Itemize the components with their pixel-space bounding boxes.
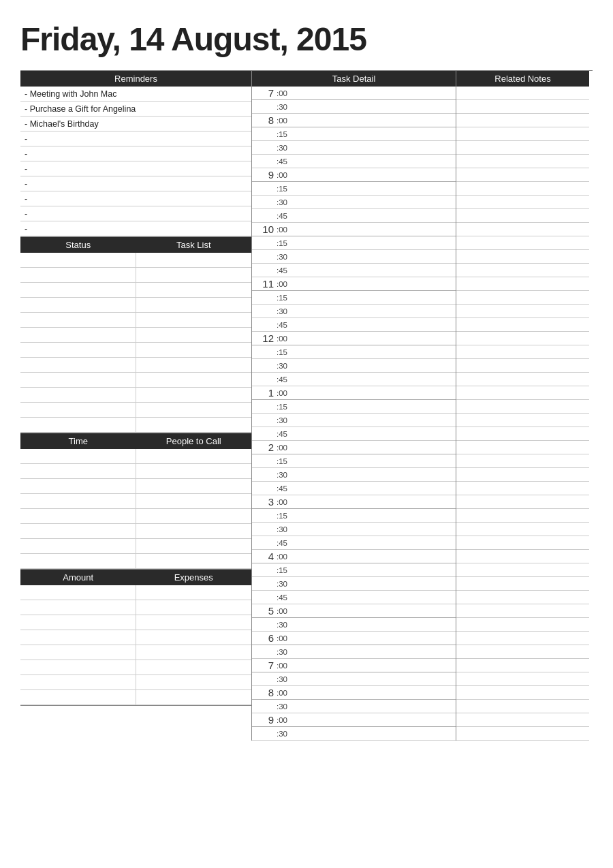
note-row bbox=[456, 686, 589, 700]
time-slot-row: 12:00 bbox=[252, 332, 456, 345]
note-row bbox=[456, 114, 589, 127]
person-cell bbox=[136, 509, 252, 523]
note-row bbox=[456, 591, 589, 604]
task-cell bbox=[136, 313, 252, 327]
note-row bbox=[456, 236, 589, 250]
min-label: :00 bbox=[277, 389, 298, 397]
note-row bbox=[456, 414, 589, 427]
min-label: :30 bbox=[277, 416, 298, 424]
person-cell bbox=[136, 449, 252, 463]
note-row bbox=[456, 196, 589, 209]
time-slot-row: 10:00 bbox=[252, 223, 456, 236]
min-label: :45 bbox=[277, 375, 298, 384]
people-row bbox=[20, 449, 251, 464]
min-label: :30 bbox=[277, 253, 298, 261]
reminder-row: - bbox=[20, 146, 251, 161]
min-label: :00 bbox=[277, 171, 298, 179]
person-cell bbox=[136, 479, 252, 493]
reminder-row: - Meeting with John Mac bbox=[20, 87, 251, 102]
reminder-row: - bbox=[20, 176, 251, 191]
time-slot-row: 7:00 bbox=[252, 659, 456, 672]
person-cell bbox=[136, 554, 252, 568]
min-label: :45 bbox=[277, 212, 298, 220]
time-slot-row: 4:00 bbox=[252, 550, 456, 563]
note-row bbox=[456, 713, 589, 727]
time-slot-row: :30 bbox=[252, 618, 456, 632]
reminders-list: - Meeting with John Mac- Purchase a Gift… bbox=[20, 87, 251, 236]
time-slot-row: :30 bbox=[252, 196, 456, 209]
note-row bbox=[456, 563, 589, 577]
min-label: :00 bbox=[277, 280, 298, 288]
time-slot-row: :15 bbox=[252, 236, 456, 250]
hour-label: 11 bbox=[252, 278, 277, 290]
status-cell bbox=[20, 313, 136, 327]
hour-label: 8 bbox=[252, 687, 277, 698]
note-row bbox=[456, 672, 589, 686]
amount-cell bbox=[20, 690, 136, 704]
expense-row bbox=[20, 615, 251, 630]
note-row bbox=[456, 182, 589, 196]
note-row bbox=[456, 291, 589, 305]
hour-label: 2 bbox=[252, 441, 277, 453]
time-slot-row: :15 bbox=[252, 345, 456, 359]
time-slot-row: :45 bbox=[252, 155, 456, 168]
min-label: :00 bbox=[277, 634, 298, 642]
min-label: :30 bbox=[277, 471, 298, 479]
time-cell bbox=[20, 494, 136, 508]
time-slot-row: :30 bbox=[252, 645, 456, 659]
time-slot-row: :45 bbox=[252, 591, 456, 604]
min-label: :30 bbox=[277, 103, 298, 111]
left-column: Reminders - Meeting with John Mac- Purch… bbox=[20, 71, 252, 741]
min-label: :00 bbox=[277, 226, 298, 234]
people-row bbox=[20, 524, 251, 539]
min-label: :00 bbox=[277, 117, 298, 125]
hour-label: 9 bbox=[252, 169, 277, 181]
hour-label: 10 bbox=[252, 223, 277, 235]
expense-row bbox=[20, 600, 251, 615]
note-row bbox=[456, 373, 589, 386]
time-cell bbox=[20, 539, 136, 553]
expense-cell bbox=[136, 615, 252, 630]
person-cell bbox=[136, 524, 252, 538]
expense-row bbox=[20, 585, 251, 600]
note-row bbox=[456, 100, 589, 114]
status-cell bbox=[20, 343, 136, 357]
min-label: :15 bbox=[277, 130, 298, 138]
time-slot-row: :15 bbox=[252, 182, 456, 196]
task-cell bbox=[136, 358, 252, 372]
time-slot-row: :30 bbox=[252, 700, 456, 713]
note-row bbox=[456, 536, 589, 550]
min-label: :30 bbox=[277, 580, 298, 588]
min-label: :15 bbox=[277, 403, 298, 411]
people-row bbox=[20, 509, 251, 524]
time-slot-row: :30 bbox=[252, 672, 456, 686]
note-row bbox=[456, 400, 589, 414]
task-cell bbox=[136, 328, 252, 342]
time-slot-row: :15 bbox=[252, 509, 456, 523]
min-label: :30 bbox=[277, 702, 298, 711]
min-label: :15 bbox=[277, 566, 298, 574]
note-row bbox=[456, 277, 589, 291]
time-slot-row: :30 bbox=[252, 250, 456, 264]
note-row bbox=[456, 332, 589, 345]
time-slot-row: :45 bbox=[252, 264, 456, 277]
note-row bbox=[456, 127, 589, 141]
people-headers: Time People to Call bbox=[20, 433, 251, 449]
time-cell bbox=[20, 479, 136, 493]
status-cell bbox=[20, 268, 136, 282]
time-slot-row: 2:00 bbox=[252, 441, 456, 454]
time-slot-row: :30 bbox=[252, 100, 456, 114]
expense-row bbox=[20, 690, 251, 705]
min-label: :45 bbox=[277, 266, 298, 275]
note-row bbox=[456, 700, 589, 713]
time-slot-row: :30 bbox=[252, 523, 456, 536]
reminders-header: Reminders bbox=[20, 71, 251, 87]
note-row bbox=[456, 495, 589, 509]
min-label: :30 bbox=[277, 144, 298, 152]
min-label: :00 bbox=[277, 335, 298, 343]
time-slot-row: :15 bbox=[252, 127, 456, 141]
amount-cell bbox=[20, 615, 136, 630]
min-label: :15 bbox=[277, 457, 298, 465]
expense-cell bbox=[136, 675, 252, 689]
time-slot-row: :45 bbox=[252, 536, 456, 550]
